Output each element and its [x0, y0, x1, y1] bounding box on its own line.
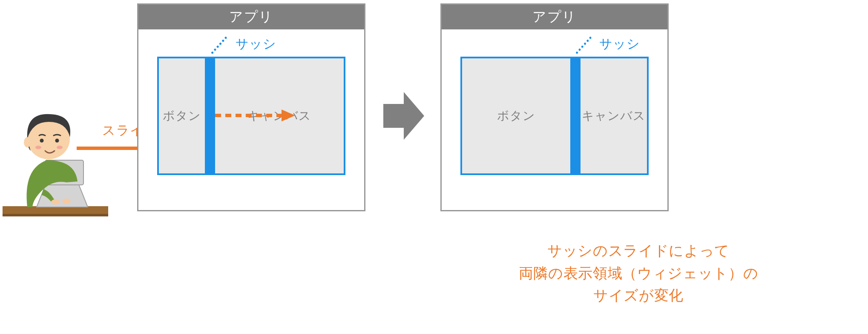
svg-point-6 [24, 137, 31, 147]
sash-leader-before-icon [211, 36, 227, 54]
svg-point-4 [62, 199, 71, 204]
button-pane-before: ボタン [159, 58, 205, 173]
arrow-right-icon [383, 92, 424, 140]
sash-label-after: サッシ [599, 35, 641, 53]
svg-point-7 [40, 139, 44, 143]
svg-rect-1 [3, 214, 108, 216]
person-at-laptop-icon [3, 105, 108, 227]
svg-point-8 [55, 139, 59, 143]
sash-after[interactable] [570, 58, 581, 173]
paned-after: ボタン キャンバス [460, 57, 649, 175]
canvas-pane-after: キャンバス [581, 58, 647, 173]
annotation-line2: 両隣の表示領域（ウィジェット）の [440, 262, 836, 285]
annotation-line3: サイズが変化 [440, 284, 836, 307]
svg-marker-15 [383, 92, 424, 140]
sash-before[interactable] [205, 58, 215, 173]
svg-marker-14 [282, 109, 295, 121]
sash-label-before: サッシ [236, 35, 277, 53]
app-title-after: アプリ [442, 5, 667, 29]
svg-point-3 [51, 199, 60, 204]
app-title-before: アプリ [138, 5, 364, 29]
svg-point-9 [35, 146, 41, 149]
sash-leader-after-icon [575, 36, 592, 54]
slide-arrow-dashed-icon [215, 109, 296, 122]
annotation-line1: サッシのスライドによって [440, 239, 836, 262]
app-window-before: アプリ ボタン キャンバス サッシ [137, 3, 365, 211]
button-pane-after: ボタン [462, 58, 570, 173]
svg-point-10 [57, 146, 63, 149]
annotation-text: サッシのスライドによって 両隣の表示領域（ウィジェット）の サイズが変化 [440, 239, 836, 307]
app-window-after: アプリ ボタン キャンバス サッシ [440, 3, 669, 211]
